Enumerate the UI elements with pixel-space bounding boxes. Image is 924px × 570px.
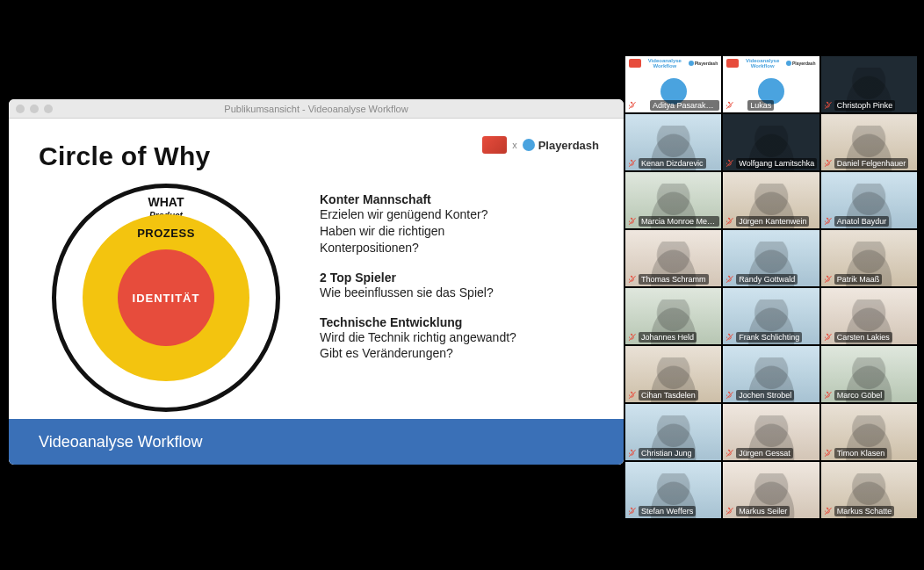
mic-muted-icon <box>627 391 636 400</box>
ring-prozess: PROZESS IDENTITÄT <box>83 214 249 381</box>
section-line: Erzielen wir genügend Konter? <box>320 206 594 223</box>
pin-icon <box>736 101 745 110</box>
participant-name: Daniel Felgenhauer <box>834 158 909 169</box>
participant-namebar: Frank Schlichting <box>725 332 802 343</box>
participant-name: Randy Gottwald <box>736 274 798 285</box>
mic-muted-icon <box>823 101 832 110</box>
pin-icon <box>639 101 647 110</box>
mic-muted-icon <box>823 449 832 458</box>
participant-tile[interactable]: Johannes Held <box>625 288 721 344</box>
participant-namebar: Marco Göbel <box>823 390 885 400</box>
participant-tile[interactable]: Jochen Strobel <box>723 346 819 402</box>
participant-tile[interactable]: Thomas Schramm <box>625 230 721 286</box>
participant-tile[interactable]: Marco Göbel <box>821 346 917 402</box>
participant-tile[interactable]: Christoph Pinke <box>821 56 917 112</box>
section-heading: Technische Entwicklung <box>320 315 594 329</box>
traffic-zoom-icon[interactable] <box>44 105 53 113</box>
participant-namebar: Timon Klasen <box>823 448 888 458</box>
participant-name: Markus Seiler <box>736 506 790 516</box>
participant-namebar: Marcia Monroe Merc… <box>627 216 719 227</box>
mic-muted-icon <box>725 333 733 342</box>
participant-tile[interactable]: Timon Klasen <box>821 404 917 460</box>
participant-tile[interactable]: Christian Jung <box>625 404 721 460</box>
participant-name: Thomas Schramm <box>639 274 709 285</box>
traffic-close-icon[interactable] <box>16 105 25 113</box>
window-title: Publikumsansicht - Videoanalyse Workflow <box>9 104 624 114</box>
mic-muted-icon <box>725 275 733 284</box>
mic-muted-icon <box>627 101 636 110</box>
window-titlebar: Publikumsansicht - Videoanalyse Workflow <box>9 99 624 119</box>
participant-namebar: Wolfgang Lamitschka <box>725 158 817 169</box>
mic-muted-icon <box>725 101 733 110</box>
label-prozess: PROZESS <box>83 227 249 240</box>
meeting-stage: Publikumsansicht - Videoanalyse Workflow… <box>0 0 924 570</box>
participant-name: Marco Göbel <box>834 390 885 400</box>
participant-tile[interactable]: Jürgen Kantenwein <box>723 172 819 228</box>
mic-muted-icon <box>823 217 832 226</box>
slide: x Playerdash Circle of Why WHAT Product … <box>9 119 624 465</box>
participant-tile[interactable]: Jürgen Gessat <box>723 404 819 460</box>
participant-namebar: Lukas <box>725 100 774 111</box>
participant-tile[interactable]: Kenan Dizdarevic <box>625 114 721 170</box>
participant-name: Lukas <box>747 100 774 111</box>
participant-namebar: Markus Seiler <box>725 506 790 516</box>
participant-name: Wolfgang Lamitschka <box>736 158 817 169</box>
participant-namebar: Christian Jung <box>627 448 695 458</box>
participant-namebar: Carsten Lakies <box>823 332 892 343</box>
playerdash-icon <box>523 139 535 151</box>
participant-name: Cihan Tasdelen <box>639 390 698 400</box>
participant-tile[interactable]: Randy Gottwald <box>723 230 819 286</box>
traffic-minimize-icon[interactable] <box>30 105 39 113</box>
participant-name: Markus Schatte <box>834 506 895 516</box>
mic-muted-icon <box>725 391 733 400</box>
participant-tile[interactable]: Daniel Felgenhauer <box>821 114 917 170</box>
participant-name: Anatol Baydur <box>834 216 890 227</box>
mic-muted-icon <box>627 333 636 342</box>
label-what: WHAT <box>56 195 276 209</box>
slide-footer-text: Videoanalyse Workflow <box>39 433 202 451</box>
participant-name: Jochen Strobel <box>736 390 794 400</box>
section-line: Konterpositionen? <box>320 240 594 256</box>
participant-namebar: Cihan Tasdelen <box>627 390 698 400</box>
participant-tile[interactable]: Anatol Baydur <box>821 172 917 228</box>
participant-name: Stefan Weffers <box>639 506 696 516</box>
slide-footer: Videoanalyse Workflow <box>9 419 624 465</box>
shared-screen-window[interactable]: Publikumsansicht - Videoanalyse Workflow… <box>9 99 624 465</box>
participant-name: Marcia Monroe Merc… <box>639 216 719 227</box>
participant-tile[interactable]: Patrik Maaß <box>821 230 917 286</box>
participant-tile[interactable]: Marcia Monroe Merc… <box>625 172 721 228</box>
participant-name: Kenan Dizdarevic <box>639 158 706 169</box>
participant-namebar: Jürgen Gessat <box>725 448 793 458</box>
section-line: Haben wir die richtigen <box>320 223 594 240</box>
participant-name: Jürgen Gessat <box>736 448 793 458</box>
participant-namebar: Stefan Weffers <box>627 506 696 516</box>
participant-tile[interactable]: Videoanalyse WorkflowPlayerdashLukas <box>723 56 819 112</box>
mic-muted-icon <box>725 159 733 168</box>
participant-namebar: Jürgen Kantenwein <box>725 216 809 227</box>
participant-namebar: Patrik Maaß <box>823 274 883 285</box>
mic-muted-icon <box>823 391 832 400</box>
mic-muted-icon <box>627 507 636 516</box>
participant-namebar: Anatol Baydur <box>823 216 890 227</box>
participant-namebar: Thomas Schramm <box>627 274 709 285</box>
mic-muted-icon <box>627 217 636 226</box>
participant-namebar: Aditya Pasarakonda -… <box>627 100 719 111</box>
participant-tile[interactable]: Cihan Tasdelen <box>625 346 721 402</box>
slide-text-column: Konter MannschaftErzielen wir genügend K… <box>320 184 594 412</box>
playerdash-logo: Playerdash <box>523 139 599 152</box>
participants-grid: Videoanalyse WorkflowPlayerdashAditya Pa… <box>625 56 917 518</box>
logo-separator: x <box>512 140 517 150</box>
participant-name: Aditya Pasarakonda -… <box>650 100 719 111</box>
section-heading: Konter Mannschaft <box>320 192 594 206</box>
participant-tile[interactable]: Videoanalyse WorkflowPlayerdashAditya Pa… <box>625 56 721 112</box>
participant-namebar: Jochen Strobel <box>725 390 794 400</box>
participant-tile[interactable]: Wolfgang Lamitschka <box>723 114 819 170</box>
mic-muted-icon <box>725 507 733 516</box>
participant-tile[interactable]: Carsten Lakies <box>821 288 917 344</box>
participant-tile[interactable]: Markus Seiler <box>723 462 819 518</box>
label-identitaet: IDENTITÄT <box>133 292 200 305</box>
participant-tile[interactable]: Stefan Weffers <box>625 462 721 518</box>
participant-tile[interactable]: Frank Schlichting <box>723 288 819 344</box>
mic-muted-icon <box>627 275 636 284</box>
participant-tile[interactable]: Markus Schatte <box>821 462 917 518</box>
